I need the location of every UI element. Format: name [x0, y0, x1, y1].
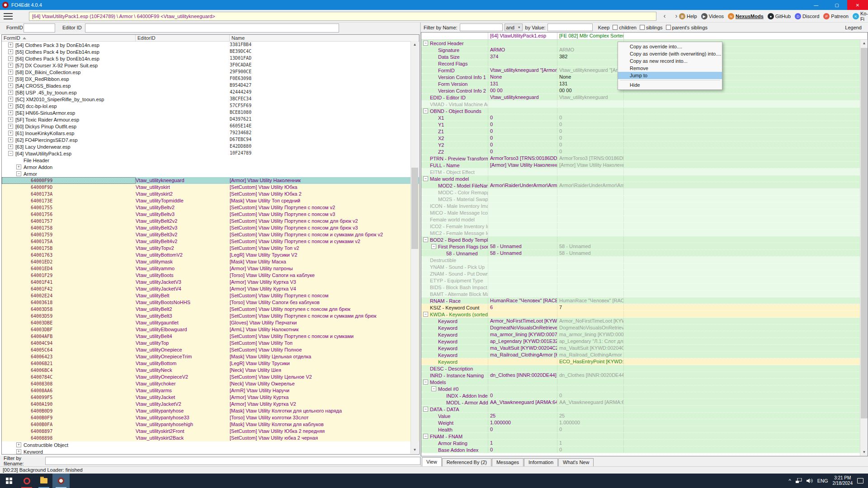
record-row[interactable]: Keywordma_VaultSuit [KYWD:00204C22]ma_Va… — [421, 345, 868, 352]
taskbar-fo4edit-button[interactable] — [52, 474, 70, 488]
expand-icon[interactable]: + — [8, 70, 13, 75]
tree-row[interactable]: 64006423Vtaw_utilityOnepieceTrim[Mask] V… — [2, 353, 419, 360]
collapse-icon[interactable]: − — [16, 171, 21, 176]
record-row[interactable]: RNAM - RaceHumanRace "Человек" [RACE:0..… — [421, 297, 868, 304]
collapse-icon[interactable]: − — [423, 312, 428, 317]
menu-hamburger-icon[interactable] — [4, 13, 13, 19]
record-row[interactable]: Z100 — [421, 128, 868, 135]
menu-item-remove[interactable]: Remove — [618, 65, 722, 72]
record-row[interactable]: Destructible — [421, 257, 868, 263]
column-header-plugin1[interactable]: [64] VtawUtilityPack1.esp — [488, 33, 557, 39]
tree-row[interactable]: 64000F99Vtaw_utilitykneeguard[Armor] Vta… — [2, 177, 419, 184]
record-row[interactable]: Y200 — [421, 141, 868, 148]
action-center-icon[interactable] — [857, 478, 863, 483]
tree-row[interactable]: 64001ED2Vtaw_utilitymask[Mask] Vtaw Util… — [2, 258, 419, 265]
record-row[interactable]: MODC - Color Remappin... — [421, 189, 868, 196]
tree-row[interactable]: 64001757Vtaw_utilityBelt2v2[SetCustom] V… — [2, 218, 419, 225]
expand-icon[interactable]: + — [8, 76, 13, 81]
nav-back-button[interactable]: ‹ — [659, 12, 670, 21]
record-row[interactable]: MODL - Armor AddonAA_Vtawkneeguard [ARMA… — [421, 399, 868, 406]
record-row[interactable]: −Male world model — [421, 175, 868, 182]
tree-row[interactable]: 64001763Vtaw_utilityBottomV2[LegR] Vtaw … — [2, 252, 419, 258]
tree-row[interactable]: 6400173AVtaw_utilityskirt2[SetCustom] Vt… — [2, 191, 419, 197]
record-row[interactable]: −KWDA - Keywords (sorted) — [421, 311, 868, 318]
record-row[interactable]: ICO2 - Female Inventory Ima... — [421, 223, 868, 230]
record-row[interactable]: KeywordECO_HasEntryPoint [KYWD:FE05... — [421, 358, 868, 365]
tree-row[interactable]: 64003DBFVtaw_utilityElbowguard[ArmL] Vta… — [2, 326, 419, 333]
tree-row[interactable]: 64001755Vtaw_utilityBeltv2[SetCustom] Vt… — [2, 204, 419, 211]
link-videos[interactable]: ▶Videos — [701, 13, 724, 19]
record-row[interactable]: −First Person Flags (sorted)58 - Unnamed… — [421, 243, 868, 250]
tree-row[interactable]: +[5A] CROSS_Blades.espB954D427 — [2, 82, 419, 89]
tree-row[interactable]: 64001F41Vtaw_utilityJacketV3[Armor] Vtaw… — [2, 279, 419, 286]
record-row[interactable]: ETYP - Equipment Type — [421, 277, 868, 284]
tree-scrollbar[interactable]: ▲ ▼ — [410, 41, 418, 454]
tree-row[interactable]: +[5D] dcc-bp-lol.esp57CF5F69 — [2, 103, 419, 109]
language-indicator[interactable]: ENG — [817, 478, 828, 483]
menu-item-hide[interactable]: Hide — [618, 81, 722, 89]
editorid-input[interactable] — [85, 23, 339, 33]
tree-row[interactable]: 6400784CVtaw_utilityOnepieceV2[SetCustom… — [2, 374, 419, 380]
record-row[interactable]: Female world model — [421, 216, 868, 223]
expand-icon[interactable]: + — [8, 137, 13, 142]
clock[interactable]: 3:21 PM 2/18/2024 — [833, 475, 853, 486]
link-patreon[interactable]: PPatreon — [823, 13, 849, 19]
link-nexusmods[interactable]: NNexusMods — [728, 13, 764, 19]
expand-icon[interactable]: + — [8, 97, 13, 102]
tree-row[interactable]: +[5F] Toxic Raider Armour.espD4397621 — [2, 116, 419, 123]
record-row[interactable]: −Models — [421, 379, 868, 385]
record-row[interactable]: KeywordDogmeatNoVisualsOnRetrieve [K...D… — [421, 324, 868, 331]
tree-row[interactable]: 64003DBEVtaw_utilitygauntlet[Gloves] Vta… — [2, 319, 419, 326]
checkbox-siblings[interactable]: siblings — [640, 25, 663, 30]
tree-row[interactable]: 64008308Vtaw_utilitychoker[Neck] Vtaw Ut… — [2, 380, 419, 387]
tree-row[interactable]: +[56] Clothes Pack 5 by DonEb14n.esp13D0… — [2, 55, 419, 62]
expand-icon[interactable]: + — [8, 117, 13, 122]
expand-icon[interactable]: + — [8, 56, 13, 61]
checkbox-parent-s-siblings[interactable]: parent's siblings — [666, 25, 708, 30]
filename-filter-input[interactable] — [45, 457, 420, 465]
expand-icon[interactable]: + — [8, 124, 13, 129]
tab-what-s-new[interactable]: What's New — [558, 458, 594, 466]
record-row[interactable]: MICO - Male Message Icon — [421, 209, 868, 216]
link-ko-fi[interactable]: KKo-Fi — [853, 11, 868, 22]
start-button[interactable] — [0, 474, 18, 488]
link-help[interactable]: ≣Help — [679, 13, 697, 19]
tree-row[interactable]: 64003D59Vtaw_utilityBelt3[SetCustom] Vta… — [2, 313, 419, 319]
tree-row[interactable]: 64002E24Vtaw_utilityBelt[SetCustom] Vtaw… — [2, 292, 419, 299]
tree-row[interactable]: 64001759Vtaw_utilityBelt3v2[SetCustom] V… — [2, 231, 419, 238]
tree-row[interactable]: 64006BC4Vtaw_utilityNeck[Neck] Vtaw Util… — [2, 367, 419, 374]
breadcrumb[interactable]: [64] VtawUtilityPack1.esp (10F24789) \ A… — [29, 12, 656, 21]
collapse-icon[interactable]: − — [431, 244, 436, 249]
tree-row[interactable]: −Armor — [2, 170, 419, 177]
tree-row[interactable]: 6400173EVtaw_utilityTopmiddle[Mask] Vtaw… — [2, 197, 419, 204]
expand-icon[interactable]: + — [8, 131, 13, 136]
record-row[interactable]: YNAM - Sound - Pick Up — [421, 263, 868, 270]
filter-operator-select[interactable]: and▼ — [505, 23, 523, 31]
tree-row[interactable]: +Keyword — [2, 448, 419, 454]
expand-icon[interactable]: + — [8, 63, 13, 68]
record-row[interactable]: Base Addon Index00 — [421, 446, 868, 453]
tree-row[interactable]: +[61] InoueKinkyKollars.esp79234682 — [2, 130, 419, 136]
record-row[interactable]: −DATA - DATA — [421, 406, 868, 413]
tree-row[interactable]: File Header — [2, 157, 419, 164]
scroll-down-icon[interactable]: ▼ — [860, 449, 868, 456]
collapse-icon[interactable]: − — [431, 386, 436, 391]
menu-item-copy-as-override-into[interactable]: Copy as override into.... — [618, 43, 722, 50]
legend-link[interactable]: Legend — [845, 25, 862, 30]
link-github[interactable]: ●GitHub — [768, 13, 791, 19]
record-row[interactable]: Keywordap_Legendary [KYWD:001E32C8]ap_Le… — [421, 338, 868, 345]
record-scrollbar[interactable]: ▲ ▼ — [860, 40, 868, 456]
expand-icon[interactable]: + — [8, 103, 13, 108]
tree-row[interactable]: 64003D58Vtaw_utilityBelt2[SetCustom] Vta… — [2, 306, 419, 313]
scroll-up-icon[interactable]: ▲ — [411, 41, 419, 48]
expand-icon[interactable]: + — [8, 49, 13, 54]
record-row[interactable]: −OBND - Object Bounds — [421, 108, 868, 114]
tree-row[interactable]: 64008AA6Vtaw_utilityarms[ArmR] Vtaw Util… — [2, 387, 419, 394]
record-row[interactable]: KeywordArmor_NoFirstTimeLoot [KYWD:...Ar… — [421, 318, 868, 324]
record-row[interactable]: ICON - Male Inventory Image — [421, 202, 868, 209]
record-row[interactable]: −BOD2 - Biped Body Template — [421, 236, 868, 243]
tree-row[interactable]: 64001F42Vtaw_utilityJacketV4[Armor] Vtaw… — [2, 286, 419, 292]
tree-row[interactable]: +[62] FO4PiercingsSED7.espD67EBC94 — [2, 136, 419, 143]
record-row[interactable]: BIDS - Block Bash Impact Dat... — [421, 284, 868, 291]
tree-row[interactable]: 64004AFBVtaw_utilityBelt4[SetCustom] Vta… — [2, 333, 419, 340]
